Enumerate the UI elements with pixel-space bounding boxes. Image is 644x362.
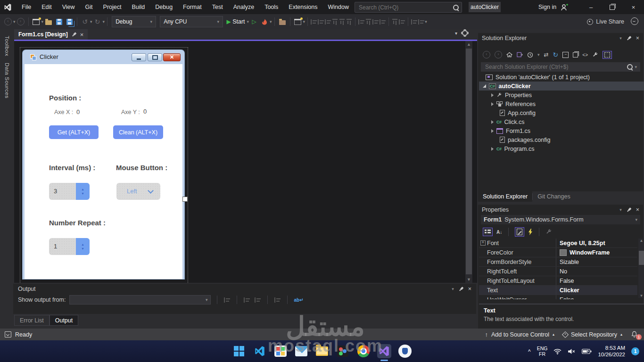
taskbar-store[interactable] xyxy=(273,344,288,358)
categorized-view-button[interactable] xyxy=(483,228,493,236)
refresh-icon[interactable]: ↻ xyxy=(553,51,559,58)
send-to-back-button[interactable] xyxy=(418,19,425,25)
size-to-grid-button[interactable] xyxy=(379,19,386,25)
toolbar-overflow-icon[interactable]: ▾ xyxy=(425,19,427,24)
make-same-height-button[interactable] xyxy=(365,18,372,25)
horizontal-spacing-button[interactable] xyxy=(392,18,398,25)
taskbar-visual-studio[interactable] xyxy=(377,344,391,358)
align-bottoms-button[interactable] xyxy=(346,18,352,25)
tab-solution-explorer[interactable]: Solution Explorer xyxy=(478,191,532,202)
form-close-button[interactable]: ✕ xyxy=(163,53,181,61)
tree-item-project-autoclicker[interactable]: C# autoClicker xyxy=(479,82,644,90)
scroll-down-icon[interactable]: ▼ xyxy=(638,294,644,298)
clean-position-button[interactable]: Clean (ALT+X) xyxy=(113,125,163,139)
undo-button[interactable]: ↺ xyxy=(80,16,90,27)
taskbar-mail[interactable] xyxy=(294,344,308,358)
live-share-button[interactable]: Live Share xyxy=(587,14,624,29)
expander-collapsed-icon[interactable] xyxy=(491,93,494,97)
start-button[interactable] xyxy=(232,344,246,358)
get-position-button[interactable]: Get (ALT+X) xyxy=(49,125,99,139)
expander-collapsed-icon[interactable] xyxy=(491,102,494,106)
form-minimize-button[interactable] xyxy=(132,53,146,61)
se-forward-icon[interactable]: › xyxy=(495,51,502,58)
view-code-icon[interactable]: <> xyxy=(582,52,588,58)
se-back-icon[interactable]: ‹ xyxy=(483,51,490,58)
align-lefts-button[interactable] xyxy=(310,19,317,25)
panel-menu-icon[interactable]: ▾ xyxy=(619,36,622,41)
form-resize-handle[interactable] xyxy=(182,197,188,202)
filter-dropdown-icon[interactable]: ▾ xyxy=(537,52,540,57)
previous-message-button[interactable] xyxy=(243,297,250,303)
scrollbar-thumb[interactable] xyxy=(639,251,644,265)
wifi-icon[interactable] xyxy=(553,348,561,354)
menu-extensions[interactable]: Extensions xyxy=(283,0,322,14)
find-in-files-button[interactable] xyxy=(277,16,288,27)
tab-git-changes[interactable]: Git Changes xyxy=(532,193,575,200)
forms-designer-surface[interactable]: Clicker ✕ Position : Axe X : 0 Axe Y : 0… xyxy=(14,41,477,283)
align-middles-button[interactable] xyxy=(339,18,345,25)
property-row-righttoleft[interactable]: RightToLeft No xyxy=(479,267,637,276)
start-debug-icon[interactable]: ▶ xyxy=(225,16,232,27)
selected-object-dropdown[interactable]: Form1 System.Windows.Forms.Form ▾ xyxy=(481,215,640,224)
sign-in-area[interactable]: Sign in xyxy=(538,0,568,14)
make-same-width-button[interactable] xyxy=(358,19,365,25)
toggle-word-wrap-button[interactable]: ab↵ xyxy=(294,297,303,303)
expander-expanded-icon[interactable] xyxy=(483,84,486,88)
panel-close-icon[interactable]: × xyxy=(636,206,639,213)
pending-changes-filter-icon[interactable] xyxy=(527,52,533,58)
interval-spinner-arrows-icon[interactable]: ▴▾ xyxy=(76,183,90,200)
property-row-partial[interactable]: UseWaitCursor False xyxy=(479,295,637,299)
tree-item-solution[interactable]: Solution 'autoClicker' (1 of 1 project) xyxy=(479,73,644,82)
current-project-badge[interactable]: autoClicker xyxy=(469,2,501,12)
property-row-text[interactable]: Text Clicker xyxy=(479,286,637,295)
taskbar-file-explorer[interactable] xyxy=(315,344,329,358)
vertical-spacing-button[interactable] xyxy=(398,19,405,25)
solution-platform-dropdown[interactable]: Any CPU▾ xyxy=(160,16,223,27)
preview-selected-items-icon[interactable] xyxy=(573,52,578,58)
background-tasks-icon[interactable] xyxy=(5,331,11,337)
designer-vertical-scrollbar[interactable]: ▲ ▼ xyxy=(465,41,472,283)
live-visual-tree-button[interactable] xyxy=(293,16,303,27)
panel-pin-icon[interactable] xyxy=(625,35,632,42)
close-button[interactable]: × xyxy=(623,0,644,14)
global-search-input[interactable] xyxy=(358,4,453,11)
notifications-bell-button[interactable]: 1 xyxy=(631,330,639,339)
menu-project[interactable]: Project xyxy=(98,0,127,14)
tree-item-program-cs[interactable]: C# Program.cs xyxy=(479,144,644,153)
start-debug-button[interactable]: Start xyxy=(232,18,245,25)
tree-item-app-config[interactable]: App.config xyxy=(479,108,644,117)
redo-dropdown-icon[interactable]: ▾ xyxy=(103,19,105,24)
repeat-spinner-arrows-icon[interactable]: ▴▾ xyxy=(76,238,90,255)
menu-view[interactable]: View xyxy=(57,0,80,14)
tree-item-references[interactable]: References xyxy=(479,99,644,108)
mouse-button-dropdown[interactable]: Left xyxy=(116,183,160,200)
editor-settings-gear-icon[interactable] xyxy=(462,30,468,36)
tree-item-packages-config[interactable]: packages.config xyxy=(479,135,644,144)
add-to-source-control-button[interactable]: ↑ Add to Source Control ▴ xyxy=(485,331,555,338)
align-rights-button[interactable] xyxy=(324,19,331,25)
scroll-down-icon[interactable]: ▼ xyxy=(465,277,472,282)
scroll-up-icon[interactable]: ▲ xyxy=(465,42,472,47)
menu-window[interactable]: Window xyxy=(322,0,354,14)
expander-collapsed-icon[interactable] xyxy=(491,120,494,124)
properties-wrench-icon[interactable] xyxy=(592,52,598,58)
menu-edit[interactable]: Edit xyxy=(36,0,57,14)
start-without-debugging-button[interactable]: ▷ xyxy=(249,16,259,27)
goto-message-button[interactable] xyxy=(223,297,231,303)
taskbar-chrome[interactable] xyxy=(356,344,371,358)
clear-all-button[interactable] xyxy=(274,297,281,303)
taskbar-vscode[interactable] xyxy=(253,344,267,358)
save-all-button[interactable] xyxy=(64,16,74,27)
switch-views-icon[interactable]: ⇄ xyxy=(544,51,549,58)
solution-explorer-search-box[interactable]: ▾ xyxy=(481,62,640,72)
menu-build[interactable]: Build xyxy=(126,0,150,14)
language-indicator[interactable]: ENGFR xyxy=(537,346,548,357)
collapse-all-icon[interactable]: − xyxy=(562,52,569,58)
menu-format[interactable]: Format xyxy=(178,0,207,14)
interval-spinner[interactable]: 3 ▴▾ xyxy=(49,183,90,200)
panel-close-icon[interactable]: × xyxy=(636,35,639,41)
restore-button[interactable] xyxy=(602,0,623,14)
tab-output[interactable]: Output xyxy=(50,315,79,326)
bring-to-front-button[interactable] xyxy=(411,19,418,25)
notification-center-badge[interactable]: 1 xyxy=(631,347,639,355)
